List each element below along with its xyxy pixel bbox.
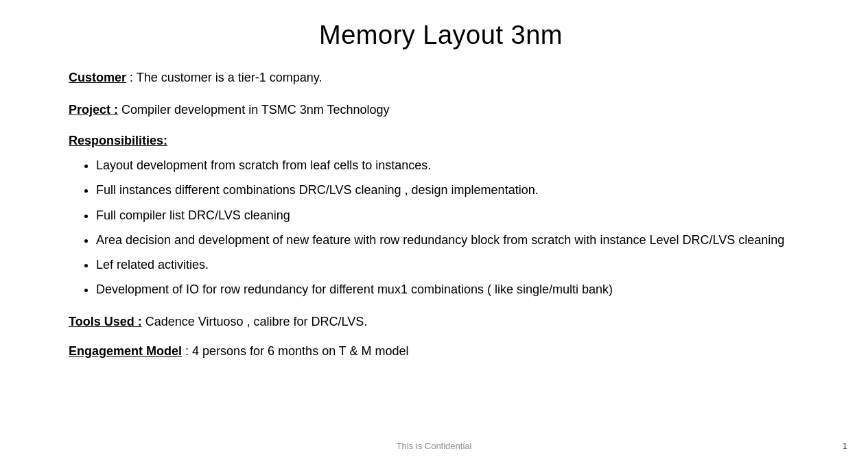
project-label: Project : xyxy=(69,103,118,117)
list-item: Full instances different combinations DR… xyxy=(96,181,813,199)
engagement-separator: : xyxy=(182,344,192,358)
project-section: Project : Compiler development in TSMC 3… xyxy=(69,101,813,119)
list-item: Development of IO for row redundancy for… xyxy=(96,280,813,298)
customer-label: Customer xyxy=(69,71,126,84)
list-item: Layout development from scratch from lea… xyxy=(96,156,813,174)
list-item: Lef related activities. xyxy=(96,256,813,274)
project-text: Compiler development in TSMC 3nm Technol… xyxy=(121,103,390,117)
tools-section: Tools Used : Cadence Virtuoso , calibre … xyxy=(69,313,813,330)
customer-separator: : xyxy=(126,71,137,84)
list-item: Area decision and development of new fea… xyxy=(96,231,813,249)
page-title: Memory Layout 3nm xyxy=(69,21,813,50)
customer-section: Customer : The customer is a tier-1 comp… xyxy=(69,69,813,86)
bullet-list: Layout development from scratch from lea… xyxy=(69,156,813,298)
engagement-section: Engagement Model : 4 persons for 6 month… xyxy=(69,343,813,360)
engagement-text: 4 persons for 6 months on T & M model xyxy=(192,344,409,358)
tools-text: Cadence Virtuoso , calibre for DRC/LVS. xyxy=(145,315,367,328)
tools-label: Tools Used : xyxy=(69,315,142,328)
engagement-label: Engagement Model xyxy=(69,344,182,358)
page-container: Memory Layout 3nm Customer : The custome… xyxy=(0,0,868,458)
footer-confidential: This is Confidential xyxy=(397,441,472,451)
list-item: Full compiler list DRC/LVS cleaning xyxy=(96,206,813,224)
footer-page-number: 1 xyxy=(843,441,847,451)
customer-text: The customer is a tier-1 company. xyxy=(137,71,322,84)
responsibilities-header: Responsibilities: xyxy=(69,134,813,148)
